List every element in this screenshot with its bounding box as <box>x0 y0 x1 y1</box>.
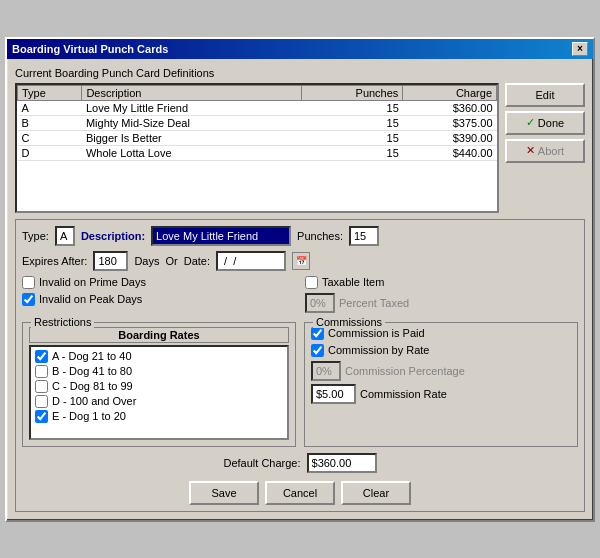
cell-charge: $360.00 <box>403 100 497 115</box>
cell-punches: 15 <box>301 115 403 130</box>
type-input[interactable] <box>55 226 75 246</box>
restrictions-group: Restrictions Boarding Rates A - Dog 21 t… <box>22 322 296 447</box>
percent-taxed-row: Percent Taxed <box>305 293 578 313</box>
commission-rate-checkbox[interactable] <box>311 344 324 357</box>
taxable-row: Taxable Item <box>305 276 578 289</box>
x-icon: ✕ <box>526 144 535 157</box>
table-row[interactable]: C Bigger Is Better 15 $390.00 <box>18 130 497 145</box>
close-button[interactable]: × <box>572 42 588 56</box>
clear-button[interactable]: Clear <box>341 481 411 505</box>
save-button[interactable]: Save <box>189 481 259 505</box>
punch-card-table-section: Type Description Punches Charge A Love M… <box>15 83 499 213</box>
invalid-prime-checkbox[interactable] <box>22 276 35 289</box>
cell-type: A <box>18 100 82 115</box>
type-label: Type: <box>22 230 49 242</box>
cell-description: Love My Little Friend <box>82 100 301 115</box>
date-label: Date: <box>184 255 210 267</box>
cell-description: Whole Lotta Love <box>82 145 301 160</box>
cell-charge: $440.00 <box>403 145 497 160</box>
col-type: Type <box>18 85 82 100</box>
check-icon: ✓ <box>526 116 535 129</box>
window-title: Boarding Virtual Punch Cards <box>12 43 168 55</box>
cell-type: B <box>18 115 82 130</box>
cell-type: D <box>18 145 82 160</box>
restriction-item-label: D - 100 and Over <box>52 395 136 407</box>
abort-button[interactable]: ✕ Abort <box>505 139 585 163</box>
cell-description: Mighty Mid-Size Deal <box>82 115 301 130</box>
action-buttons: Edit ✓ Done ✕ Abort <box>505 83 585 213</box>
cell-punches: 15 <box>301 130 403 145</box>
cell-type: C <box>18 130 82 145</box>
edit-button[interactable]: Edit <box>505 83 585 107</box>
calendar-button[interactable]: 📅 <box>292 252 310 270</box>
taxable-checkbox[interactable] <box>305 276 318 289</box>
section-label: Current Boarding Punch Card Definitions <box>15 67 585 79</box>
col-description: Description <box>82 85 301 100</box>
list-item: B - Dog 41 to 80 <box>33 364 285 379</box>
invalid-peak-label: Invalid on Peak Days <box>39 293 142 305</box>
days-label: Days <box>134 255 159 267</box>
invalid-prime-row: Invalid on Prime Days <box>22 276 295 289</box>
footer-buttons: Save Cancel Clear <box>22 481 578 505</box>
commissions-group: Commissions Commission is Paid Commissio… <box>304 322 578 447</box>
description-input[interactable] <box>151 226 291 246</box>
boarding-rates-header: Boarding Rates <box>29 327 289 343</box>
table-row[interactable]: D Whole Lotta Love 15 $440.00 <box>18 145 497 160</box>
percent-taxed-input[interactable] <box>305 293 335 313</box>
commission-percent-input[interactable] <box>311 361 341 381</box>
table-row[interactable]: A Love My Little Friend 15 $360.00 <box>18 100 497 115</box>
commission-paid-row: Commission is Paid <box>311 327 571 340</box>
col-punches: Punches <box>301 85 403 100</box>
cell-punches: 15 <box>301 145 403 160</box>
list-item: A - Dog 21 to 40 <box>33 349 285 364</box>
commission-rate-value-row: Commission Rate <box>311 384 571 404</box>
title-bar: Boarding Virtual Punch Cards × <box>7 39 593 59</box>
punch-card-table: Type Description Punches Charge A Love M… <box>17 85 497 161</box>
description-label: Description: <box>81 230 145 242</box>
invalid-prime-label: Invalid on Prime Days <box>39 276 146 288</box>
cell-description: Bigger Is Better <box>82 130 301 145</box>
expires-input[interactable] <box>93 251 128 271</box>
commission-rate-label: Commission by Rate <box>328 344 429 356</box>
commission-paid-checkbox[interactable] <box>311 327 324 340</box>
commission-percent-row: Commission Percentage <box>311 361 571 381</box>
done-label: Done <box>538 117 564 129</box>
punches-label: Punches: <box>297 230 343 242</box>
restriction-checkbox[interactable] <box>35 350 48 363</box>
invalid-peak-checkbox[interactable] <box>22 293 35 306</box>
commission-rate-value-label: Commission Rate <box>360 388 447 400</box>
or-label: Or <box>165 255 177 267</box>
list-item: E - Dog 1 to 20 <box>33 409 285 424</box>
restrictions-title: Restrictions <box>31 316 94 328</box>
commission-percent-label: Commission Percentage <box>345 365 465 377</box>
percent-taxed-label: Percent Taxed <box>339 297 409 309</box>
restriction-checkbox[interactable] <box>35 395 48 408</box>
restriction-item-label: C - Dog 81 to 99 <box>52 380 133 392</box>
commission-rate-row: Commission by Rate <box>311 344 571 357</box>
taxable-label: Taxable Item <box>322 276 384 288</box>
punches-input[interactable] <box>349 226 379 246</box>
restriction-checkbox[interactable] <box>35 380 48 393</box>
main-window: Boarding Virtual Punch Cards × Current B… <box>5 37 595 522</box>
restriction-item-label: B - Dog 41 to 80 <box>52 365 132 377</box>
cell-charge: $390.00 <box>403 130 497 145</box>
list-item: C - Dog 81 to 99 <box>33 379 285 394</box>
table-row[interactable]: B Mighty Mid-Size Deal 15 $375.00 <box>18 115 497 130</box>
cancel-button[interactable]: Cancel <box>265 481 335 505</box>
restrictions-list: A - Dog 21 to 40B - Dog 41 to 80C - Dog … <box>29 345 289 440</box>
commissions-title: Commissions <box>313 316 385 328</box>
restriction-checkbox[interactable] <box>35 410 48 423</box>
restriction-item-label: A - Dog 21 to 40 <box>52 350 132 362</box>
restriction-item-label: E - Dog 1 to 20 <box>52 410 126 422</box>
restriction-checkbox[interactable] <box>35 365 48 378</box>
expires-label: Expires After: <box>22 255 87 267</box>
date-input[interactable] <box>216 251 286 271</box>
cell-punches: 15 <box>301 100 403 115</box>
default-charge-row: Default Charge: <box>22 453 578 473</box>
invalid-peak-row: Invalid on Peak Days <box>22 293 295 306</box>
done-button[interactable]: ✓ Done <box>505 111 585 135</box>
default-charge-label: Default Charge: <box>223 457 300 469</box>
default-charge-input[interactable] <box>307 453 377 473</box>
commission-rate-input[interactable] <box>311 384 356 404</box>
punch-card-table-wrapper: Type Description Punches Charge A Love M… <box>15 83 499 213</box>
